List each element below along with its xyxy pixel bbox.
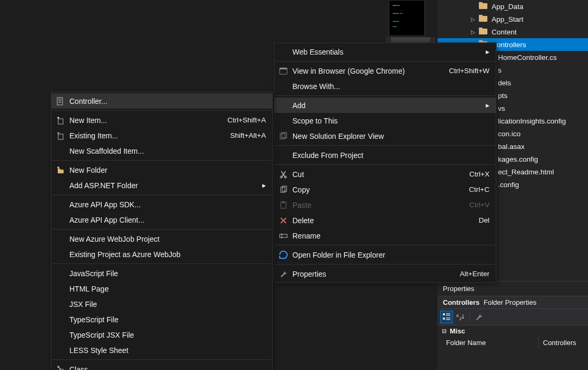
menu-item-exclude-from-project[interactable]: Exclude From Project [274, 147, 496, 163]
menu-item-azure-api-app-client[interactable]: Azure API App Client... [51, 212, 272, 227]
svg-rect-20 [57, 98, 63, 105]
tree-item-label: App_Data [492, 3, 523, 11]
alphabetical-button[interactable]: AZ [455, 311, 466, 323]
menu-separator [52, 110, 272, 111]
menu-separator [275, 61, 495, 61]
menu-item-existing-project-as-azure-webjob[interactable]: Existing Project as Azure WebJob [51, 246, 272, 262]
menu-item-label: LESS Style Sheet [69, 346, 266, 355]
folder-icon [479, 2, 488, 11]
existitem-icon [51, 131, 69, 140]
property-value[interactable]: Controllers [538, 337, 588, 349]
menu-separator [52, 195, 272, 195]
menu-item-scope-to-this[interactable]: Scope to This [274, 113, 496, 128]
svg-rect-18 [280, 234, 287, 237]
tree-item-label: dels [498, 79, 511, 87]
svg-rect-4 [446, 318, 450, 319]
menu-item-add[interactable]: Add▶ [274, 98, 496, 113]
menu-item-new-azure-webjob-project[interactable]: New Azure WebJob Project [51, 231, 272, 246]
menu-separator [275, 95, 495, 96]
tree-item-label: .config [498, 181, 519, 189]
menu-separator [275, 164, 495, 165]
menu-item-label: Copy [292, 186, 453, 194]
menu-item-label: Rename [292, 232, 489, 240]
menu-item-paste: PasteCtrl+V [274, 197, 496, 213]
context-menu-main: Web Essentials▶View in Browser (Google C… [274, 42, 496, 283]
menu-item-azure-api-app-sdk[interactable]: Azure API App SDK... [51, 197, 272, 212]
menu-item-new-folder[interactable]: New Folder [51, 162, 272, 178]
properties-object-name: Controllers [443, 298, 479, 306]
paste-icon [274, 201, 292, 209]
menu-item-copy[interactable]: CopyCtrl+C [274, 182, 496, 197]
rename-icon [274, 232, 292, 240]
menu-item-label: Add [292, 101, 479, 110]
submenu-arrow-icon: ▶ [486, 103, 489, 108]
category-label: Misc [450, 327, 465, 335]
menu-item-label: Cut [292, 170, 453, 179]
tree-arrow-icon[interactable] [469, 3, 477, 10]
tree-item-label: kages.config [498, 155, 538, 163]
tree-item-label: pts [498, 92, 507, 100]
svg-rect-0 [443, 313, 445, 315]
wrench-button[interactable] [473, 311, 485, 323]
menu-item-less-style-sheet[interactable]: LESS Style Sheet [51, 342, 272, 358]
toolbar-separator [469, 312, 470, 322]
tree-item-content[interactable]: ▷Content [438, 25, 588, 38]
menu-item-web-essentials[interactable]: Web Essentials▶ [274, 44, 496, 59]
menu-item-label: New Item... [69, 116, 211, 125]
menu-item-shortcut: Alt+Enter [460, 270, 489, 278]
properties-object-type: Folder Properties [484, 298, 537, 306]
menu-item-javascript-file[interactable]: JavaScript File [51, 266, 272, 281]
tree-item-label: App_Start [492, 15, 523, 23]
folder-icon [479, 14, 488, 24]
class-icon [51, 365, 69, 371]
menu-item-jsx-file[interactable]: JSX File [51, 296, 272, 312]
menu-item-label: New Folder [69, 166, 266, 174]
menu-item-new-item[interactable]: New Item...Ctrl+Shift+A [51, 112, 272, 128]
menu-item-existing-item[interactable]: Existing Item...Shift+Alt+A [51, 128, 272, 143]
copy-icon [274, 186, 292, 194]
menu-item-add-asp-net-folder[interactable]: Add ASP.NET Folder▶ [51, 178, 272, 193]
properties-category-misc[interactable]: ⊟ Misc [438, 325, 588, 337]
tree-item-app-start[interactable]: ▷App_Start [438, 13, 588, 25]
menu-item-label: Exclude From Project [292, 151, 489, 160]
property-row-folder-name[interactable]: Folder Name Controllers [438, 337, 588, 349]
tree-arrow-icon[interactable]: ▷ [469, 28, 477, 36]
menu-item-label: New Solution Explorer View [292, 132, 489, 140]
tree-arrow-icon[interactable]: ▷ [469, 15, 477, 23]
menu-separator [52, 229, 272, 230]
delete-icon [274, 216, 292, 225]
menu-item-typescript-file[interactable]: TypeScript File [51, 312, 272, 327]
newitem-icon [51, 116, 69, 125]
menu-item-delete[interactable]: DeleteDel [274, 213, 496, 228]
menu-item-new-scaffolded-item[interactable]: New Scaffolded Item... [51, 143, 272, 158]
tree-item-label: HomeController.cs [498, 54, 557, 61]
svg-rect-25 [58, 134, 63, 139]
menu-separator [275, 245, 495, 245]
menu-item-class[interactable]: Class... [51, 362, 272, 370]
menu-item-open-folder-in-file-explorer[interactable]: Open Folder in File Explorer [274, 247, 496, 262]
newfolder-icon [51, 166, 69, 174]
menu-item-label: JSX File [69, 300, 266, 309]
menu-item-view-in-browser-google-chrome[interactable]: View in Browser (Google Chrome)Ctrl+Shif… [274, 63, 496, 78]
menu-item-label: Scope to This [292, 117, 489, 125]
menu-item-html-page[interactable]: HTML Page [51, 281, 272, 296]
menu-item-label: Existing Project as Azure WebJob [69, 250, 266, 259]
menu-item-properties[interactable]: PropertiesAlt+Enter [274, 266, 496, 281]
categorize-button[interactable] [441, 311, 452, 323]
menu-item-browse-with[interactable]: Browse With... [274, 78, 496, 94]
menu-item-controller[interactable]: Controller... [51, 93, 272, 109]
tree-item-app-data[interactable]: App_Data [438, 0, 588, 13]
menu-item-rename[interactable]: Rename [274, 228, 496, 243]
tree-item-label: licationInsights.config [498, 117, 566, 125]
svg-rect-5 [446, 319, 450, 320]
menu-item-label: Class... [69, 365, 266, 371]
menu-item-typescript-jsx-file[interactable]: TypeScript JSX File [51, 327, 272, 342]
tree-item-label: ect_Readme.html [498, 168, 554, 176]
code-minimap[interactable]: ▬▬ ▬ ▬▬▬ ▬ ▬▬▬ ▬▬ [389, 0, 425, 36]
browser-icon [274, 67, 292, 75]
menu-item-shortcut: Ctrl+X [469, 170, 489, 178]
menu-item-label: Add ASP.NET Folder [69, 181, 256, 190]
menu-item-new-solution-explorer-view[interactable]: New Solution Explorer View [274, 128, 496, 144]
menu-item-cut[interactable]: CutCtrl+X [274, 166, 496, 182]
menu-item-shortcut: Ctrl+C [469, 186, 489, 193]
